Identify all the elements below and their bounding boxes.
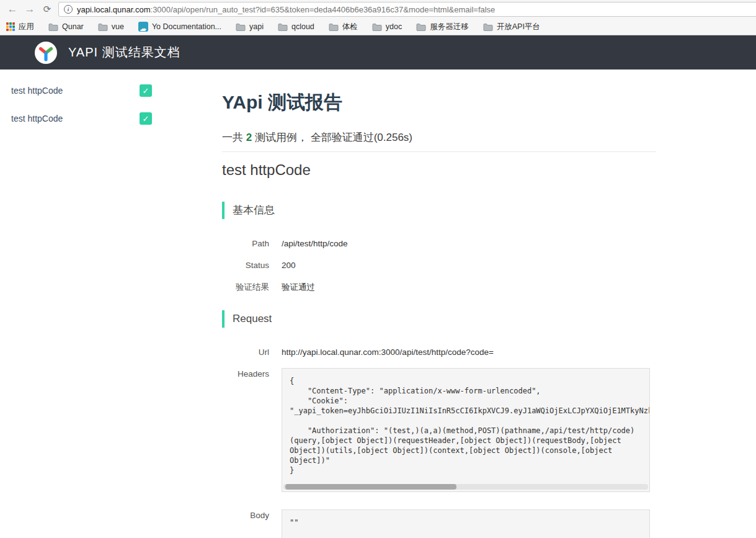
url-domain: yapi.local.qunar.com xyxy=(77,5,151,14)
bookmark-label: 体检 xyxy=(342,22,358,32)
info-row-label: Status xyxy=(222,259,269,272)
info-row-value: 验证通过 xyxy=(282,281,315,294)
headers-code: { "Content-Type": "application/x-www-for… xyxy=(282,369,649,483)
bookmark-item[interactable]: ydoc xyxy=(372,22,402,31)
sidebar: test httpCode ✓ test httpCode ✓ xyxy=(0,84,163,140)
summary-suffix: 测试用例， 全部验证通过(0.256s) xyxy=(252,132,412,143)
body-code: "" xyxy=(282,510,649,535)
url-label: Url xyxy=(222,346,269,359)
info-row-label: 验证结果 xyxy=(222,281,269,294)
bookmark-item[interactable]: Yo Documentation... xyxy=(138,22,221,32)
bookmark-label: ydoc xyxy=(386,22,402,31)
headers-code-block: { "Content-Type": "application/x-www-for… xyxy=(282,368,650,492)
sidebar-item-label: test httpCode xyxy=(11,114,63,123)
body-code-block: "" xyxy=(282,509,650,538)
url-text: yapi.local.qunar.com:3000/api/open/run_a… xyxy=(77,5,495,14)
headers-row: Headers { "Content-Type": "application/x… xyxy=(222,368,656,492)
bookmarks-bar: 应用 Qunar vue Yo Documentation... xyxy=(0,19,756,35)
body-label: Body xyxy=(222,509,269,522)
report-title: YApi 测试报告 xyxy=(222,90,656,115)
info-row-value: 200 xyxy=(282,259,296,272)
url-path: :3000/api/open/run_auto_test?id=635&toke… xyxy=(151,5,496,14)
case-title: test httpCode xyxy=(222,161,656,179)
passed-check-icon: ✓ xyxy=(140,84,152,97)
app-header: YAPI 测试结果文档 xyxy=(0,35,756,69)
bookmark-item[interactable]: 体检 xyxy=(329,22,358,32)
bookmark-item[interactable]: 服务器迁移 xyxy=(416,22,469,32)
info-row: 验证结果 验证通过 xyxy=(222,281,656,294)
refresh-icon[interactable]: ⟳ xyxy=(40,2,55,17)
passed-check-icon: ✓ xyxy=(140,112,152,125)
folder-icon xyxy=(372,23,382,31)
info-row: Path /api/test/http/code xyxy=(222,238,656,250)
report-main: YApi 测试报告 一共 2 测试用例， 全部验证通过(0.256s) test… xyxy=(222,69,656,538)
summary-count: 2 xyxy=(246,132,252,143)
section-heading-request: Request xyxy=(222,310,656,328)
folder-icon xyxy=(98,23,108,31)
bookmark-label: yapi xyxy=(249,22,264,31)
sidebar-item-test-case[interactable]: test httpCode ✓ xyxy=(11,84,152,97)
bookmark-label: Qunar xyxy=(62,22,84,31)
sidebar-item-test-case[interactable]: test httpCode ✓ xyxy=(11,112,152,125)
divider xyxy=(222,151,656,152)
bookmark-item[interactable]: qcloud xyxy=(278,22,314,31)
forward-icon[interactable]: → xyxy=(22,2,37,17)
address-bar[interactable]: i yapi.local.qunar.com:3000/api/open/run… xyxy=(58,2,756,17)
bookmark-label: 应用 xyxy=(19,22,34,32)
folder-icon xyxy=(48,23,58,31)
folder-icon xyxy=(236,23,246,31)
horizontal-scrollbar[interactable] xyxy=(283,484,648,490)
info-row-value: /api/test/http/code xyxy=(282,238,348,250)
bookmark-label: Yo Documentation... xyxy=(152,22,221,31)
bookmark-label: 开放API平台 xyxy=(497,22,540,32)
bookmark-label: qcloud xyxy=(291,22,314,31)
scrollbar-thumb[interactable] xyxy=(285,484,456,490)
section-heading-basic-info: 基本信息 xyxy=(222,202,656,219)
info-row: Status 200 xyxy=(222,259,656,272)
folder-icon xyxy=(416,23,426,31)
sidebar-item-label: test httpCode xyxy=(11,86,63,96)
yapi-logo-icon xyxy=(35,42,57,64)
page-info-icon[interactable]: i xyxy=(64,5,73,14)
bookmark-item[interactable]: vue xyxy=(98,22,124,31)
bookmark-item[interactable]: 应用 xyxy=(6,22,34,32)
report-summary: 一共 2 测试用例， 全部验证通过(0.256s) xyxy=(222,130,656,145)
bookmark-item[interactable]: 开放API平台 xyxy=(483,22,540,32)
url-value: http://yapi.local.qunar.com:3000/api/tes… xyxy=(282,346,494,359)
info-row-label: Path xyxy=(222,238,269,250)
apps-grid-icon xyxy=(6,22,15,31)
bookmark-label: vue xyxy=(112,22,124,31)
app-title: YAPI 测试结果文档 xyxy=(68,44,180,61)
url-row: Url http://yapi.local.qunar.com:3000/api… xyxy=(222,346,656,359)
bookmark-item[interactable]: Qunar xyxy=(48,22,84,31)
folder-icon xyxy=(483,23,493,31)
browser-toolbar: ← → ⟳ i yapi.local.qunar.com:3000/api/op… xyxy=(0,0,756,19)
summary-prefix: 一共 xyxy=(222,132,246,143)
camel-icon xyxy=(138,22,148,32)
folder-icon xyxy=(329,23,339,31)
bookmark-item[interactable]: yapi xyxy=(236,22,264,31)
back-icon[interactable]: ← xyxy=(5,2,20,17)
body-row: Body "" xyxy=(222,509,656,538)
headers-label: Headers xyxy=(222,368,269,380)
basic-info-rows: Path /api/test/http/code Status 200 验证结果… xyxy=(222,238,656,294)
folder-icon xyxy=(278,23,288,31)
bookmark-label: 服务器迁移 xyxy=(430,22,469,32)
